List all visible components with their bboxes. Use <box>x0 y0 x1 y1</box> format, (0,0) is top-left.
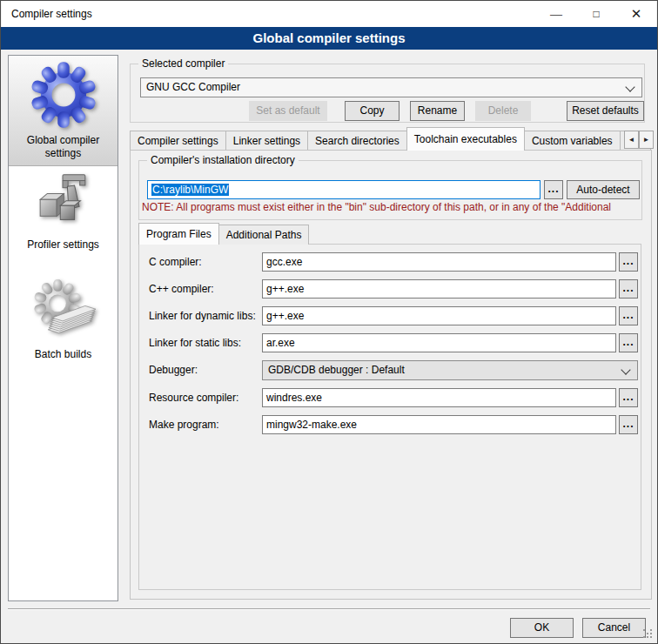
sidebar-item-profiler-settings[interactable]: Profiler settings <box>9 167 118 263</box>
browse-button[interactable]: ... <box>619 333 638 352</box>
compiler-select-value: GNU GCC Compiler <box>146 81 240 93</box>
delete-button[interactable]: Delete <box>475 101 531 121</box>
tab-search-directories[interactable]: Search directories <box>307 131 407 151</box>
resize-grip-icon[interactable] <box>643 629 645 631</box>
installation-directory-input[interactable]: C:\raylib\MinGW <box>147 180 540 199</box>
minimize-icon: — <box>550 7 562 21</box>
close-icon: ✕ <box>631 6 642 22</box>
debugger-value: GDB/CDB debugger : Default <box>268 364 405 376</box>
tab-custom-variables[interactable]: Custom variables <box>524 131 621 151</box>
static-linker-input[interactable]: ar.exe <box>262 333 616 352</box>
sidebar-item-label: Batch builds <box>9 348 118 361</box>
window-title: Compiler settings <box>11 1 92 27</box>
blue-gear-icon <box>27 58 100 131</box>
debugger-select[interactable]: GDB/CDB debugger : Default <box>262 360 638 380</box>
compiler-select[interactable]: GNU GCC Compiler <box>140 77 642 97</box>
browse-button[interactable]: ... <box>619 279 638 299</box>
cpp-compiler-label: C++ compiler: <box>149 279 214 299</box>
settings-category-list: Global compiler settings <box>8 55 118 601</box>
rename-button[interactable]: Rename <box>410 101 465 121</box>
minimize-button[interactable]: — <box>536 1 576 27</box>
c-compiler-value: gcc.exe <box>266 256 302 268</box>
dynamic-linker-label: Linker for dynamic libs: <box>149 306 256 325</box>
dynamic-linker-input[interactable]: g++.exe <box>262 306 616 325</box>
reset-defaults-button[interactable]: Reset defaults <box>567 101 644 121</box>
resource-compiler-value: windres.exe <box>266 392 322 404</box>
make-program-value: mingw32-make.exe <box>266 419 357 431</box>
compiler-settings-dialog: Compiler settings — □ ✕ Global compiler … <box>0 0 658 644</box>
c-compiler-input[interactable]: gcc.exe <box>262 252 616 272</box>
tab-scroll-left-button[interactable]: ◄ <box>624 131 639 149</box>
close-button[interactable]: ✕ <box>616 1 656 27</box>
browse-button[interactable]: ... <box>619 388 638 407</box>
tab-linker-settings[interactable]: Linker settings <box>225 131 308 151</box>
debugger-label: Debugger: <box>149 360 198 379</box>
caliper-cubes-icon <box>33 172 92 231</box>
tab-compiler-settings[interactable]: Compiler settings <box>130 131 226 151</box>
tab-program-files[interactable]: Program Files <box>138 223 219 245</box>
browse-button[interactable]: ... <box>619 252 638 272</box>
browse-button[interactable]: ... <box>619 306 638 325</box>
sidebar-item-global-compiler-settings[interactable]: Global compiler settings <box>9 56 118 166</box>
cancel-button[interactable]: Cancel <box>582 618 646 638</box>
copy-button[interactable]: Copy <box>345 101 400 121</box>
c-compiler-label: C compiler: <box>149 252 202 272</box>
cpp-compiler-value: g++.exe <box>266 283 304 295</box>
resource-compiler-label: Resource compiler: <box>149 388 238 407</box>
resource-compiler-input[interactable]: windres.exe <box>262 388 616 407</box>
installation-directory-legend: Compiler's installation directory <box>147 154 299 167</box>
static-linker-label: Linker for static libs: <box>149 333 241 352</box>
chevron-down-icon <box>621 365 630 374</box>
title-bar: Compiler settings — □ ✕ <box>2 1 656 27</box>
chevron-down-icon <box>625 82 634 91</box>
arrow-left-icon: ◄ <box>628 136 635 144</box>
sidebar-item-label: Profiler settings <box>9 238 118 252</box>
browse-directory-button[interactable]: ... <box>544 180 563 199</box>
main-tabbar: Compiler settings Linker settings Search… <box>130 127 650 151</box>
dynamic-linker-value: g++.exe <box>266 310 304 322</box>
tab-toolchain-executables[interactable]: Toolchain executables <box>406 127 525 151</box>
installation-directory-value: C:\raylib\MinGW <box>151 184 229 196</box>
static-linker-value: ar.exe <box>266 337 295 349</box>
browse-button[interactable]: ... <box>619 415 638 434</box>
bin-subdirectory-note: NOTE: All programs must exist either in … <box>142 201 640 213</box>
page-title: Global compiler settings <box>1 27 657 50</box>
make-program-input[interactable]: mingw32-make.exe <box>262 415 616 434</box>
arrow-right-icon: ► <box>643 136 650 144</box>
sidebar-item-label: Global compiler settings <box>9 134 118 160</box>
tab-additional-paths[interactable]: Additional Paths <box>218 225 310 245</box>
make-program-label: Make program: <box>149 415 219 434</box>
maximize-button[interactable]: □ <box>576 1 616 27</box>
set-as-default-button[interactable]: Set as default <box>249 101 327 121</box>
ok-button[interactable]: OK <box>510 618 574 638</box>
auto-detect-button[interactable]: Auto-detect <box>567 180 640 199</box>
cpp-compiler-input[interactable]: g++.exe <box>262 279 616 299</box>
selected-compiler-legend: Selected compiler <box>138 57 228 70</box>
tab-scroll-right-button[interactable]: ► <box>639 131 654 149</box>
sidebar-item-batch-builds[interactable]: Batch builds <box>9 272 118 369</box>
maximize-icon: □ <box>593 8 599 20</box>
footer-divider-highlight <box>8 609 650 610</box>
window-controls: — □ ✕ <box>536 1 656 27</box>
grey-gear-stack-icon <box>30 277 96 343</box>
program-files-tabbar: Program Files Additional Paths <box>138 223 308 245</box>
